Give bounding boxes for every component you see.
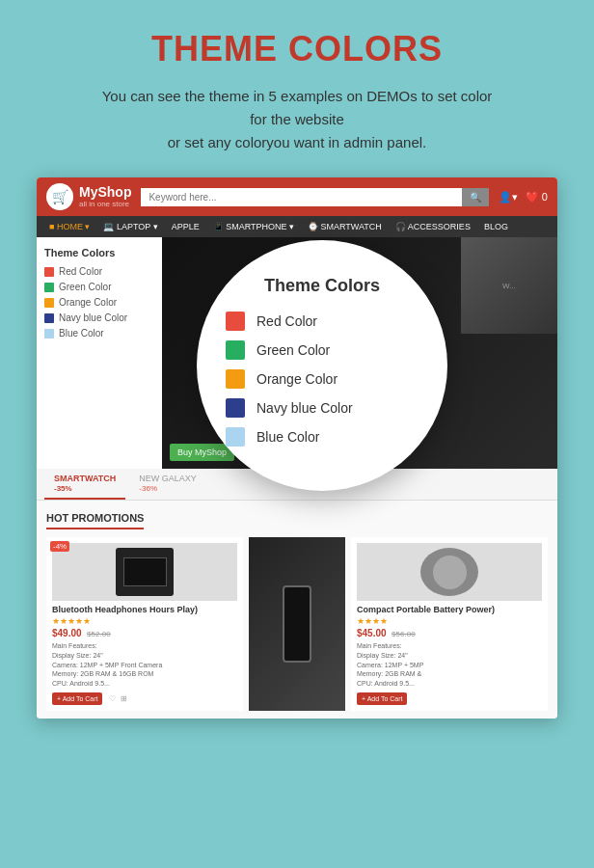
popup-color-orange[interactable]: Orange Color: [226, 369, 418, 389]
tab-new-galaxy[interactable]: NEW GALAXY-36%: [129, 469, 206, 500]
shop-header-icons: 👤▾ ❤️ 0: [499, 191, 548, 203]
popup-title: Theme Colors: [264, 276, 380, 296]
color-item-green[interactable]: Green Color: [44, 282, 154, 292]
product-price-new-1: $49.00: [52, 628, 82, 638]
popup-label-blue: Blue Color: [256, 429, 319, 445]
color-item-orange[interactable]: Orange Color: [44, 297, 154, 308]
shop-search: 🔍: [141, 188, 488, 206]
popup-label-orange: Orange Color: [256, 371, 338, 387]
tab-smartwatch[interactable]: SMARTWATCH-35%: [44, 469, 125, 500]
popup-color-green[interactable]: Green Color: [226, 340, 418, 360]
popup-color-navy[interactable]: Navy blue Color: [226, 398, 418, 418]
popup-dot-orange: [226, 369, 245, 389]
search-input[interactable]: [141, 188, 461, 206]
product-name-1: Bluetooth Headphones Hours Play): [52, 605, 237, 614]
phone-image: [249, 537, 345, 711]
product-price-new-2: $45.00: [357, 628, 387, 638]
nav-smartphone[interactable]: 📱 SMARTPHONE ▾: [206, 216, 301, 237]
color-item-navy[interactable]: Navy blue Color: [44, 312, 154, 323]
product-img-1: [52, 543, 237, 601]
color-dot-red: [44, 267, 54, 277]
color-dot-blue: [44, 329, 54, 339]
shop-logo-text: MyShop: [79, 185, 131, 200]
title-colors: COLORS: [288, 29, 443, 68]
nav-laptop[interactable]: 💻 LAPTOP ▾: [96, 216, 164, 237]
account-icon[interactable]: 👤▾: [499, 191, 518, 203]
product-price-old-2: $56.00: [392, 630, 415, 638]
sidebar-title: Theme Colors: [44, 247, 154, 258]
popup-color-red[interactable]: Red Color: [226, 312, 418, 331]
popup-dot-green: [226, 340, 245, 360]
hot-promotions-title: HOT PROMOTIONS: [46, 512, 144, 529]
popup-label-green: Green Color: [256, 342, 330, 358]
nav-apple[interactable]: APPLE: [165, 216, 206, 237]
popup-dot-navy: [226, 398, 245, 418]
nav-home[interactable]: ■ HOME ▾: [42, 216, 96, 237]
product-name-2: Compact Portable Battery Power): [357, 605, 542, 614]
products-row: -4% Bluetooth Headphones Hours Play) ★★★…: [46, 537, 548, 711]
shop-header: 🛒 MyShop all in one store 🔍 👤▾ ❤️ 0: [37, 177, 557, 216]
wishlist-icon[interactable]: ❤️ 0: [526, 191, 548, 203]
hero-right-product: W...: [461, 237, 557, 334]
screenshot-container: 🛒 MyShop all in one store 🔍 👤▾ ❤️ 0 ■ HO…: [37, 177, 557, 719]
theme-colors-popup: Theme Colors Red Color Green Color Orang…: [197, 240, 447, 491]
search-button[interactable]: 🔍: [462, 188, 489, 206]
shop-main: Theme Colors Red Color Green Color Orang…: [37, 237, 557, 469]
nav-blog[interactable]: BLOG: [477, 216, 515, 237]
color-item-red[interactable]: Red Color: [44, 266, 154, 277]
popup-color-blue[interactable]: Blue Color: [226, 427, 418, 447]
nav-accessories[interactable]: 🎧 ACCESSORIES: [389, 216, 477, 237]
add-to-cart-2[interactable]: + Add To Cart: [357, 692, 407, 705]
product-stars-1: ★★★★★: [52, 616, 237, 626]
wishlist-btn-1[interactable]: ♡: [109, 694, 116, 703]
product-img-2: [357, 543, 542, 601]
shop-nav: ■ HOME ▾ 💻 LAPTOP ▾ APPLE 📱 SMARTPHONE ▾…: [37, 216, 557, 237]
product-card-2: Compact Portable Battery Power) ★★★★ $45…: [351, 537, 548, 711]
color-dot-navy: [44, 313, 54, 323]
color-item-blue[interactable]: Blue Color: [44, 328, 154, 339]
product-features-2: Main Features:Display Size: 24"Camera: 1…: [357, 641, 542, 689]
popup-label-red: Red Color: [256, 313, 317, 329]
shop-logo: 🛒 MyShop all in one store: [46, 183, 131, 210]
add-to-cart-1[interactable]: + Add To Cart: [52, 692, 102, 705]
product-features-1: Main Features:Display Size: 24"Camera: 1…: [52, 641, 237, 689]
nav-smartwatch[interactable]: ⌚ SMARTWATCH: [301, 216, 389, 237]
product-stars-2: ★★★★: [357, 616, 542, 626]
page-subtitle: You can see the theme in 5 examples on D…: [73, 85, 522, 154]
popup-label-navy: Navy blue Color: [256, 400, 353, 416]
popup-dot-blue: [226, 427, 245, 447]
compare-btn-1[interactable]: ⊞: [121, 694, 127, 703]
color-dot-orange: [44, 298, 54, 308]
shop-sidebar: Theme Colors Red Color Green Color Orang…: [37, 237, 162, 469]
page-title: THEME COLORS: [151, 29, 443, 69]
product-price-old-1: $52.00: [87, 630, 110, 638]
color-dot-green: [44, 283, 54, 292]
popup-dot-red: [226, 312, 245, 331]
shop-logo-sub: all in one store: [79, 200, 131, 208]
product-card-1: -4% Bluetooth Headphones Hours Play) ★★★…: [46, 537, 243, 711]
buy-myshop-btn[interactable]: Buy MyShop: [170, 444, 234, 461]
hot-promotions-section: HOT PROMOTIONS -4% Bluetooth Headphones …: [37, 501, 557, 719]
title-theme: THEME: [151, 29, 288, 68]
product-badge-1: -4%: [50, 541, 69, 552]
shop-logo-icon: 🛒: [46, 183, 73, 210]
